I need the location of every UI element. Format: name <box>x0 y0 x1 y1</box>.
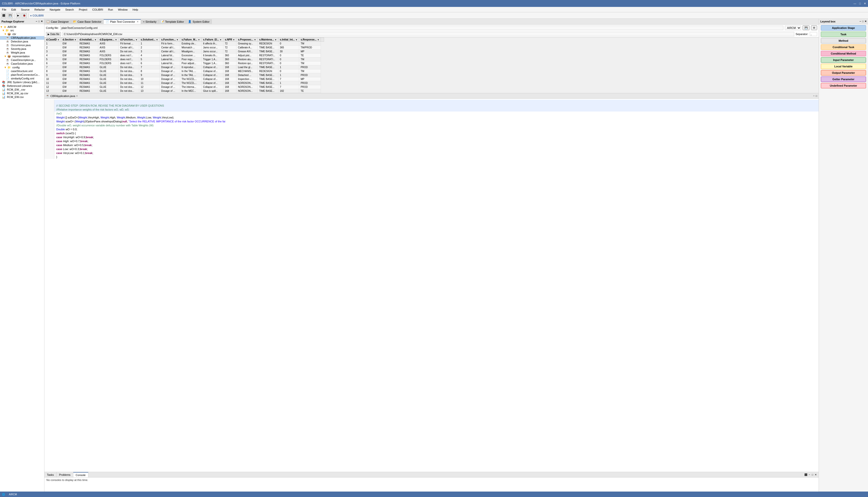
table-row[interactable]: 7EWRESMASGLUEDo not dos...7Dosage of ...… <box>45 66 324 69</box>
package-tree-item[interactable]: ▼ 📁 src <box>0 29 44 32</box>
package-tree-item[interactable]: ▼ 📁 config <box>0 66 44 69</box>
table-row[interactable]: 3EWRESMASAXISDo not cen...3Center all t.… <box>45 49 324 54</box>
legend-item-getter-parameter[interactable]: Getter Parameter <box>821 76 866 82</box>
table-row[interactable]: 4EWRESMASFOLDERSdoes not f...4Lateral fo… <box>45 54 324 57</box>
code-editor-tab-close[interactable]: ✕ <box>76 95 78 97</box>
legend-item-output-parameter[interactable]: Output Parameter <box>821 70 866 75</box>
tab-template-editor[interactable]: 📝 Template Editor <box>159 19 186 24</box>
table-row[interactable]: 10EWRESMASGLUEDo not dos...10Dosage of .… <box>45 77 324 81</box>
package-tree-item[interactable]: ▼ 🖥 AIRCM <box>0 25 44 29</box>
tab-case-base-selector[interactable]: 📂 Case Base Selector <box>71 19 104 24</box>
table-row[interactable]: 2EWRESMASAXISCenter all t...2Center all … <box>45 46 324 49</box>
console-minimize[interactable]: − <box>809 473 810 476</box>
table-col-header[interactable]: s.Failure_EI... ▼ <box>201 38 223 42</box>
config-settings-btn[interactable]: ⚙ <box>811 25 817 30</box>
code-editor-tab-label[interactable]: CBRApplication.java <box>51 95 75 98</box>
legend-item-method[interactable]: Method <box>821 38 866 43</box>
package-tree-item[interactable]: ☕ CaseSolution.java <box>0 62 44 66</box>
table-col-header[interactable]: s.Failure_M... ▼ <box>180 38 201 42</box>
menu-navigate[interactable]: Navigate <box>48 8 61 12</box>
table-col-header[interactable]: s.Proposec... ▼ <box>237 38 258 42</box>
table-row[interactable]: 6EWRESMASFOLDERSdoes not f...6Lateral fo… <box>45 61 324 66</box>
config-aircm-select[interactable]: AIRCM <box>785 26 801 30</box>
tab-tasks[interactable]: Tasks <box>44 472 57 477</box>
table-row[interactable]: 11EWRESMASGLUEDo not dos...11Dosage of .… <box>45 81 324 85</box>
config-save-btn[interactable]: 💾 <box>802 25 810 30</box>
console-close[interactable]: ✕ <box>815 473 817 476</box>
pe-maximize-icon[interactable]: □ <box>38 20 40 23</box>
table-row[interactable]: 8EWRESMASGLUEDo not dos...8Dosage of ...… <box>45 69 324 73</box>
legend-minimize-icon[interactable]: − <box>859 20 861 23</box>
package-tree-item[interactable]: 📊 RCM_EW_sp.csv <box>0 91 44 95</box>
table-row[interactable]: 13EWRESMASGLUEDo not dos...13Dosage of .… <box>45 89 324 93</box>
pe-minimize-icon[interactable]: − <box>36 20 37 23</box>
package-tree-item[interactable]: ☕ Occurrence.java <box>0 43 44 47</box>
table-col-header[interactable]: s.Maintena... ▼ <box>258 38 279 42</box>
toolbar-new[interactable]: ⬛ <box>1 13 6 18</box>
tab-console[interactable]: Console <box>73 472 88 477</box>
console-clear-btn[interactable]: ⬛ <box>804 473 807 476</box>
package-tree-item[interactable]: 📊 RCM_EW_.csv <box>0 88 44 91</box>
window-controls[interactable]: — □ ✕ <box>853 2 866 5</box>
package-tree-item[interactable]: ☕ CaseDescription.ja... <box>0 58 44 62</box>
code-editor-maximize[interactable]: □ <box>816 95 817 97</box>
menu-colibri[interactable]: COLIBRI <box>91 8 104 12</box>
tab-plain-text-connector-close[interactable]: ✕ <box>137 20 139 23</box>
tab-plain-text-connector[interactable]: 📄 Plain Text Connector ✕ <box>104 19 141 24</box>
legend-box-controls[interactable]: − □ ✕ <box>859 20 867 23</box>
package-explorer-controls[interactable]: − □ ✕ <box>36 20 43 23</box>
table-col-header[interactable]: d.Section ▼ <box>61 38 78 42</box>
package-tree-item[interactable]: 📚 JRE System Library [jdk1... <box>0 81 44 84</box>
menu-help[interactable]: Help <box>131 8 139 12</box>
legend-close-icon[interactable]: ✕ <box>865 20 867 23</box>
console-maximize[interactable]: □ <box>812 473 813 476</box>
table-col-header[interactable]: d.CaseID ▼ <box>45 38 61 42</box>
legend-item-input-parameter[interactable]: Input Parameter <box>821 57 866 63</box>
menu-project[interactable]: Project <box>78 8 88 12</box>
table-row[interactable]: 12EWRESMASGLUEDo not dos...12Dosage of .… <box>45 85 324 89</box>
minimize-btn[interactable]: — <box>853 2 856 5</box>
toolbar-debug[interactable]: 🐞 <box>22 13 27 18</box>
tab-problems[interactable]: Problems <box>57 472 73 477</box>
table-col-header[interactable]: d.Installati... ▼ <box>78 38 98 42</box>
table-col-header[interactable]: s.SolutionI... ▼ <box>139 38 160 42</box>
table-col-header[interactable]: s.Response... ▼ <box>299 38 321 42</box>
tab-similarity[interactable]: ≈ Similarity <box>141 19 159 24</box>
legend-item-conditional-method[interactable]: Conditional Method <box>821 51 866 56</box>
table-row[interactable]: 1EWRESMASAXISFit format ...1Fit to form.… <box>45 42 324 46</box>
legend-item-conditional-task[interactable]: Conditional Task <box>821 44 866 50</box>
package-tree-item[interactable]: ☕ Weight.java <box>0 51 44 55</box>
menu-source[interactable]: Source <box>20 8 31 12</box>
package-tree-item[interactable]: ▼ 📦 representation <box>0 55 44 58</box>
separator-input[interactable] <box>810 32 817 36</box>
legend-item-undefined-parameter[interactable]: Undefined Parameter <box>821 83 866 88</box>
legend-maximize-icon[interactable]: □ <box>862 20 864 23</box>
table-row[interactable]: 5EWRESMASFOLDERSdoes not f...5Lateral fo… <box>45 57 324 61</box>
table-col-header[interactable]: s.Function... ▼ <box>160 38 180 42</box>
tab-system-editor[interactable]: 👤 System Editor <box>186 19 212 24</box>
menu-run[interactable]: Run <box>107 8 114 12</box>
package-tree-item[interactable]: 📄 plainTextConnectorCo... <box>0 73 44 77</box>
data-file-btn[interactable]: ▶ Data file <box>46 32 61 36</box>
menu-edit[interactable]: Edit <box>10 8 17 12</box>
menu-search[interactable]: Search <box>65 8 75 12</box>
package-tree-item[interactable]: 📊 RCM_EW.csv <box>0 95 44 99</box>
data-file-input[interactable] <box>62 32 794 36</box>
table-col-header[interactable]: d.Equipme... ▼ <box>98 38 118 42</box>
code-editor-minimize[interactable]: − <box>813 95 815 97</box>
table-row[interactable]: 9EWRESMASGLUEDo not dos...9Dosage of ...… <box>45 73 324 77</box>
menu-window[interactable]: Window <box>117 8 129 12</box>
close-btn[interactable]: ✕ <box>864 2 866 5</box>
package-tree-item[interactable]: 📄 caseStructure.xml <box>0 69 44 73</box>
toolbar-run[interactable]: ▶ <box>16 13 20 18</box>
table-col-header[interactable]: s.Initial_Int... ▼ <box>278 38 299 42</box>
menu-file[interactable]: File <box>1 8 8 12</box>
package-tree-item[interactable]: ☕ Severity.java <box>0 47 44 51</box>
package-tree-item[interactable]: ☕ CBRApplication.java <box>0 36 44 40</box>
legend-item-local-variable[interactable]: Local Variable <box>821 64 866 69</box>
legend-item-application-stage[interactable]: Application Stage <box>821 25 866 31</box>
package-tree-item[interactable]: 📄 similarityConfig.xml <box>0 77 44 81</box>
toolbar-save[interactable]: 💾 <box>8 13 13 18</box>
maximize-btn[interactable]: □ <box>859 2 861 5</box>
pe-close-icon[interactable]: ✕ <box>41 20 43 23</box>
